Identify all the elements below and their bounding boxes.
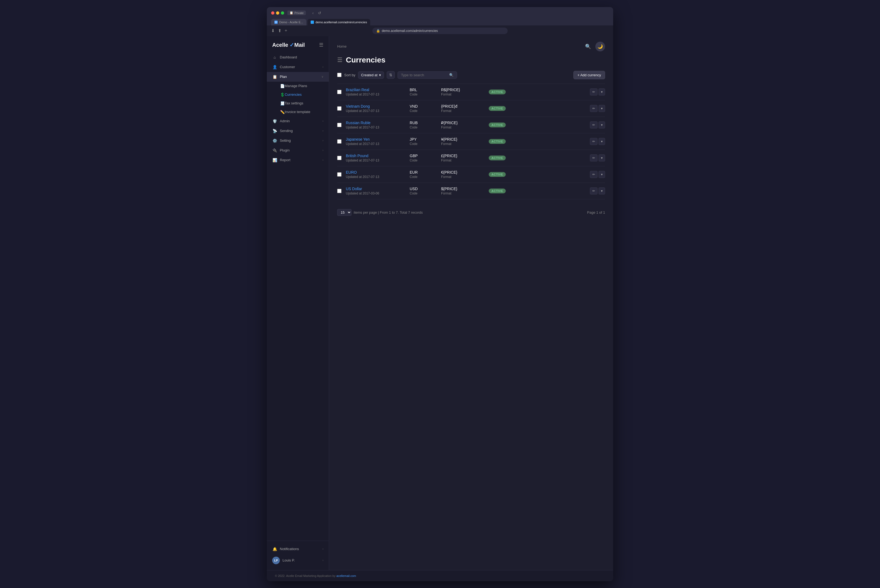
row-checkbox-1[interactable]	[337, 106, 341, 111]
per-page: 15 items per page | From 1 to 7. Total 7…	[337, 209, 423, 216]
browser-chrome: 📋 Private ‹ ↺ M Demo - Acelle E... 🌐 dem…	[267, 7, 613, 26]
currency-status-5: ACTIVE	[489, 172, 516, 177]
sidebar-item-plugin[interactable]: 🔌 Plugin ›	[267, 146, 329, 155]
download-icon[interactable]: ⬇	[271, 28, 275, 33]
new-tab-icon[interactable]: +	[285, 28, 287, 33]
sidebar-item-setting[interactable]: ⚙️ Setting ›	[267, 136, 329, 146]
currency-format-1: {PRICE}đ Format	[441, 104, 484, 113]
currency-info-4: British Pound Updated at 2017-07-13	[346, 154, 405, 162]
pagination-info: items per page | From 1 to 7. Total 7 re…	[354, 210, 423, 214]
sidebar-item-customer[interactable]: 👤 Customer ›	[267, 62, 329, 72]
edit-button-3[interactable]: ✏	[590, 138, 598, 145]
row-checkbox-4[interactable]	[337, 156, 341, 160]
edit-button-0[interactable]: ✏	[590, 88, 598, 96]
plan-icon: 📋	[272, 75, 277, 79]
currency-name-4[interactable]: British Pound	[346, 154, 405, 158]
sort-field-label: Created at	[361, 73, 377, 77]
forward-button[interactable]: ↺	[317, 10, 322, 16]
currency-code-2: RUB Code	[410, 121, 437, 129]
currency-updated-1: Updated at 2017-07-13	[346, 109, 405, 113]
search-input[interactable]	[401, 73, 448, 77]
edit-button-1[interactable]: ✏	[590, 105, 598, 112]
row-checkbox-0[interactable]	[337, 90, 341, 94]
chevron-right-icon: ›	[323, 559, 323, 562]
sidebar-item-tax-settings[interactable]: 🧾 Tax settings	[267, 99, 329, 108]
row-checkbox-2[interactable]	[337, 123, 341, 127]
maximize-button[interactable]	[281, 11, 284, 15]
sidebar-item-manage-plans[interactable]: 📄 Manage Plans	[267, 82, 329, 90]
more-button-6[interactable]: ▾	[599, 188, 605, 195]
sort-direction-button[interactable]: ⇅	[387, 71, 395, 79]
sidebar-item-plan[interactable]: 📋 Plan ∨	[267, 72, 329, 82]
browser-tab-1[interactable]: M Demo - Acelle E...	[271, 19, 306, 26]
sidebar-item-user[interactable]: LP Louis P. ›	[267, 554, 329, 567]
format-label-1: Format	[441, 109, 484, 113]
edit-button-4[interactable]: ✏	[590, 154, 598, 162]
sidebar-item-admin[interactable]: 🛡️ Admin ›	[267, 116, 329, 126]
edit-button-5[interactable]: ✏	[590, 171, 598, 178]
minimize-button[interactable]	[276, 11, 279, 15]
hamburger-icon[interactable]: ☰	[319, 42, 323, 48]
format-label-5: Format	[441, 175, 484, 179]
tab2-label: demo.acellemail.com/admin/currencies	[315, 21, 367, 24]
currencies-icon: 💲	[280, 93, 285, 97]
currency-format-3: ¥{PRICE} Format	[441, 137, 484, 146]
sidebar-item-dashboard[interactable]: ⌂ Dashboard	[267, 52, 329, 62]
code-label-1: Code	[410, 109, 437, 113]
sort-field-dropdown[interactable]: Created at ▾	[358, 71, 384, 79]
back-button[interactable]: ‹	[311, 10, 315, 16]
currency-format-2: ₽{PRICE} Format	[441, 121, 484, 129]
add-currency-label: + Add currency	[577, 73, 601, 77]
code-label-2: Code	[410, 126, 437, 129]
sidebar-item-sending[interactable]: 📡 Sending ›	[267, 126, 329, 136]
sidebar-item-currencies[interactable]: 💲 Currencies	[267, 90, 329, 99]
row-checkbox-3[interactable]	[337, 139, 341, 144]
more-button-3[interactable]: ▾	[599, 138, 605, 145]
address-bar[interactable]: 🔒 demo.acellemail.com/admin/currencies	[372, 28, 508, 34]
breadcrumb: Home	[337, 44, 347, 48]
edit-button-2[interactable]: ✏	[590, 122, 598, 129]
select-all-checkbox[interactable]	[337, 73, 341, 77]
currency-list: Brazilian Real Updated at 2017-07-13 BRL…	[337, 84, 605, 200]
currency-name-6[interactable]: US Dollar	[346, 187, 405, 191]
sidebar-item-notifications[interactable]: 🔔 Notifications ›	[267, 544, 329, 554]
format-label-4: Format	[441, 159, 484, 162]
private-label: Private	[294, 11, 303, 15]
add-currency-button[interactable]: + Add currency	[574, 71, 605, 79]
sidebar-item-label: Customer	[280, 65, 295, 69]
currency-name-5[interactable]: EURO	[346, 170, 405, 174]
currency-name-0[interactable]: Brazilian Real	[346, 88, 405, 92]
sidebar-item-report[interactable]: 📊 Report ›	[267, 155, 329, 165]
invoice-icon: ✏️	[280, 110, 285, 114]
currency-name-3[interactable]: Japanese Yen	[346, 137, 405, 141]
currency-status-1: ACTIVE	[489, 106, 516, 111]
close-button[interactable]	[271, 11, 275, 15]
currency-info-0: Brazilian Real Updated at 2017-07-13	[346, 88, 405, 96]
edit-button-6[interactable]: ✏	[590, 188, 598, 195]
row-checkbox-6[interactable]	[337, 189, 341, 193]
more-button-1[interactable]: ▾	[599, 105, 605, 112]
currency-name-2[interactable]: Russian Ruble	[346, 121, 405, 125]
search-button[interactable]: 🔍	[584, 42, 592, 51]
currency-format-5: €{PRICE} Format	[441, 170, 484, 179]
sidebar-item-invoice-template[interactable]: ✏️ Invoice template	[267, 108, 329, 116]
browser-tab-2[interactable]: 🌐 demo.acellemail.com/admin/currencies	[308, 19, 370, 26]
footer-link[interactable]: acellemail.com	[336, 574, 356, 578]
currency-name-1[interactable]: Vietnam Dong	[346, 104, 405, 108]
sidebar-item-label: Admin	[280, 119, 290, 123]
bell-icon: 🔔	[272, 547, 277, 551]
more-button-0[interactable]: ▾	[599, 88, 605, 96]
more-button-2[interactable]: ▾	[599, 122, 605, 129]
more-button-4[interactable]: ▾	[599, 154, 605, 162]
currency-info-5: EURO Updated at 2017-07-13	[346, 170, 405, 179]
top-bar: Home 🔍 🌙	[337, 42, 605, 51]
row-checkbox-5[interactable]	[337, 172, 341, 177]
per-page-select[interactable]: 15	[337, 209, 351, 216]
admin-icon: 🛡️	[272, 119, 277, 123]
more-button-5[interactable]: ▾	[599, 171, 605, 178]
share-icon[interactable]: ⬆	[278, 28, 281, 33]
format-label-0: Format	[441, 93, 484, 96]
code-value-3: JPY	[410, 137, 437, 141]
setting-icon: ⚙️	[272, 138, 277, 143]
dark-mode-toggle[interactable]: 🌙	[595, 42, 605, 51]
